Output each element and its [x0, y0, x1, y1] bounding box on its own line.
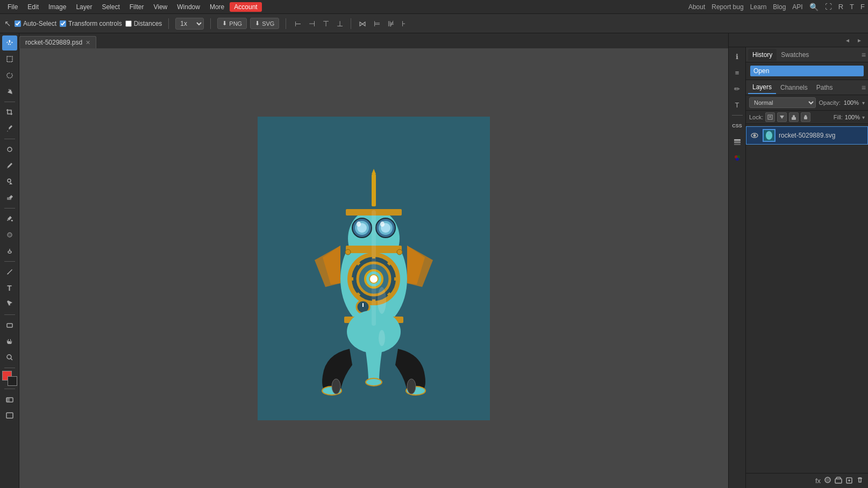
menu-edit[interactable]: Edit: [23, 2, 43, 12]
tool-blur[interactable]: [2, 227, 17, 242]
menu-filter[interactable]: Filter: [125, 2, 148, 12]
facebook-icon[interactable]: F: [860, 3, 865, 11]
menu-api[interactable]: API: [792, 3, 802, 11]
tool-brush[interactable]: [2, 158, 17, 173]
image-canvas[interactable]: [258, 117, 490, 420]
menu-file[interactable]: File: [3, 2, 22, 12]
export-png-button[interactable]: ⬇ PNG: [217, 18, 247, 29]
tool-crop[interactable]: [2, 105, 17, 120]
search-icon[interactable]: 🔍: [809, 3, 819, 11]
tool-quick-mask[interactable]: [2, 392, 17, 407]
menu-select[interactable]: Select: [97, 2, 124, 12]
reddit-icon[interactable]: R: [838, 3, 843, 11]
transform-controls-checkbox[interactable]: Transform controls: [60, 20, 122, 27]
twitter-icon[interactable]: T: [850, 3, 854, 11]
align-center-v-button[interactable]: ⊨: [372, 18, 382, 29]
zoom-select[interactable]: 0.5x 1x 2x 4x: [175, 18, 204, 30]
delete-layer-btn[interactable]: [856, 476, 864, 485]
background-color[interactable]: [8, 376, 17, 386]
blend-mode-select[interactable]: Normal Multiply Screen Overlay: [749, 97, 816, 108]
tool-eyedropper[interactable]: [2, 121, 17, 136]
tool-eraser[interactable]: [2, 190, 17, 205]
distribute-button[interactable]: ⊦: [400, 18, 408, 29]
menu-about[interactable]: About: [688, 3, 705, 11]
tab-history[interactable]: History: [748, 49, 777, 61]
menu-window[interactable]: Window: [173, 2, 204, 12]
fill-arrow[interactable]: ▾: [862, 114, 865, 120]
panel-sliders-icon[interactable]: ≡: [730, 66, 744, 80]
panel-text-icon[interactable]: T: [730, 98, 744, 112]
lock-image-btn[interactable]: [777, 112, 787, 122]
tool-stamp[interactable]: [2, 174, 17, 189]
menu-view[interactable]: View: [149, 2, 172, 12]
opacity-arrow[interactable]: ▾: [862, 100, 865, 106]
svg-rect-12: [6, 413, 13, 418]
align-top-edge-button[interactable]: ⋈: [357, 18, 368, 29]
tool-lasso[interactable]: [2, 68, 17, 83]
history-item-open[interactable]: Open: [750, 66, 864, 76]
tab-paths[interactable]: Paths: [812, 82, 837, 94]
menu-report-bug[interactable]: Report bug: [712, 3, 743, 11]
new-layer-btn[interactable]: [845, 476, 853, 485]
panel-pen-icon[interactable]: ✏: [730, 82, 744, 96]
layer-effects-btn[interactable]: fx: [815, 477, 821, 485]
tool-healing[interactable]: [2, 142, 17, 157]
document-tab[interactable]: rocket-5029889.psd ✕: [19, 36, 96, 48]
lock-position-btn[interactable]: [789, 112, 799, 122]
lock-transparent-btn[interactable]: [765, 112, 775, 122]
tab-channels[interactable]: Channels: [776, 82, 812, 94]
layer-visibility-toggle[interactable]: [750, 133, 759, 138]
align-left-button[interactable]: ⊢: [293, 18, 303, 29]
align-bottom-button[interactable]: ⊯: [386, 18, 396, 29]
svg-rect-57: [734, 139, 741, 141]
svg-point-67: [753, 134, 756, 137]
align-center-h-button[interactable]: ⊣: [307, 18, 317, 29]
panel-collapse-left[interactable]: ◂: [842, 35, 853, 46]
panel-info-icon[interactable]: ℹ: [730, 49, 744, 63]
tool-dodge[interactable]: [2, 243, 17, 259]
canvas-content[interactable]: [19, 48, 728, 488]
tool-move[interactable]: [2, 35, 17, 51]
panel-channels-icon[interactable]: [730, 151, 744, 165]
tool-hand[interactable]: [2, 334, 17, 349]
auto-select-input[interactable]: [15, 20, 21, 27]
tool-shape-rect[interactable]: [2, 318, 17, 333]
tab-layers[interactable]: Layers: [748, 81, 776, 94]
distances-input[interactable]: [125, 20, 132, 27]
panel-expand-right[interactable]: ▸: [854, 35, 865, 46]
layer-item[interactable]: rocket-5029889.svg: [746, 126, 868, 145]
fullscreen-icon[interactable]: ⛶: [825, 3, 832, 11]
menu-image[interactable]: Image: [44, 2, 70, 12]
tool-text[interactable]: T: [2, 281, 17, 296]
lock-all-btn[interactable]: [801, 112, 810, 122]
export-svg-button[interactable]: ⬇ SVG: [250, 18, 279, 29]
menu-more[interactable]: More: [205, 2, 229, 12]
layers-tab-options[interactable]: ≡: [862, 83, 866, 92]
tab-swatches[interactable]: Swatches: [777, 49, 813, 61]
tool-path-select[interactable]: [2, 297, 17, 312]
history-tab-options[interactable]: ≡: [862, 51, 866, 59]
menu-account[interactable]: Account: [230, 2, 261, 12]
tool-screen-mode[interactable]: [2, 408, 17, 423]
svg-point-48: [379, 330, 385, 346]
tool-magic-wand[interactable]: [2, 84, 17, 99]
tool-select-rect[interactable]: [2, 52, 17, 67]
tool-paint-bucket[interactable]: [2, 211, 17, 226]
align-right-button[interactable]: ⊤: [321, 18, 331, 29]
panel-layers-icon[interactable]: [730, 135, 744, 149]
panel-css-icon[interactable]: CSS: [730, 119, 744, 133]
tab-close-button[interactable]: ✕: [86, 39, 90, 46]
layers-list[interactable]: rocket-5029889.svg: [746, 124, 868, 473]
distances-checkbox[interactable]: Distances: [125, 20, 162, 27]
auto-select-checkbox[interactable]: Auto-Select: [15, 20, 56, 27]
align-top-button[interactable]: ⊥: [335, 18, 345, 29]
layer-mask-btn[interactable]: [824, 476, 831, 485]
transform-controls-input[interactable]: [60, 20, 66, 27]
color-swatches[interactable]: [2, 371, 17, 386]
menu-blog[interactable]: Blog: [773, 3, 786, 11]
menu-learn[interactable]: Learn: [750, 3, 767, 11]
tool-zoom[interactable]: [2, 350, 17, 365]
tool-pen[interactable]: [2, 264, 17, 279]
new-group-btn[interactable]: [835, 476, 842, 485]
menu-layer[interactable]: Layer: [72, 2, 96, 12]
